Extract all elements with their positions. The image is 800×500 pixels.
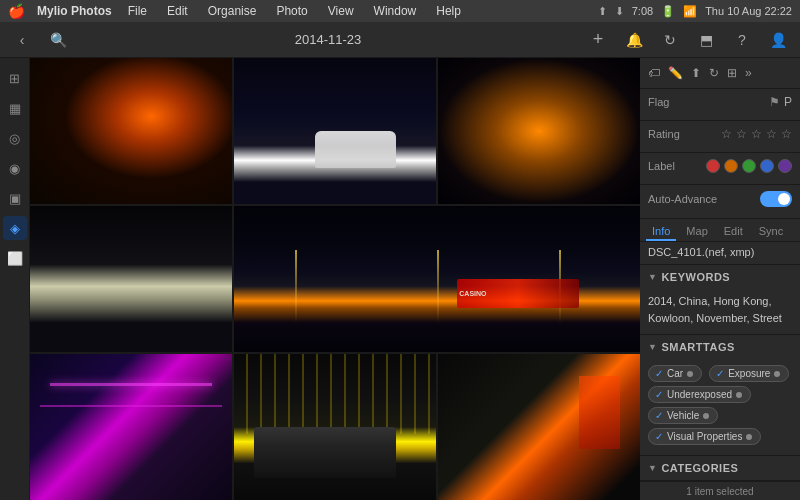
label-green[interactable] — [742, 159, 756, 173]
sync-icon[interactable]: ↻ — [707, 64, 721, 82]
photo-cell-6[interactable] — [30, 354, 232, 500]
account-button[interactable]: 👤 — [764, 26, 792, 54]
star-3[interactable]: ☆ — [751, 127, 762, 141]
smarttags-chevron: ▼ — [648, 342, 657, 352]
left-sidebar: ⊞ ▦ ◎ ◉ ▣ ◈ ⬜ — [0, 58, 30, 500]
tab-edit[interactable]: Edit — [718, 223, 749, 241]
status-bar: 1 item selected — [640, 481, 800, 500]
tag-remove-exposure[interactable] — [774, 371, 780, 377]
tag-remove-car[interactable] — [687, 371, 693, 377]
photo-cell-1[interactable] — [30, 58, 232, 204]
tag-icon[interactable]: 🏷 — [646, 64, 662, 82]
photo-cell-2[interactable] — [234, 58, 436, 204]
flag-filled-icon[interactable]: P — [784, 95, 792, 109]
grid-icon[interactable]: ⊞ — [725, 64, 739, 82]
tab-info[interactable]: Info — [646, 223, 676, 241]
tab-sync[interactable]: Sync — [753, 223, 789, 241]
auto-advance-label: Auto-Advance — [648, 193, 717, 205]
sync-icon[interactable]: ↻ — [656, 26, 684, 54]
notification-bell[interactable]: 🔔 — [620, 26, 648, 54]
smarttag-underexposed[interactable]: ✓ Underexposed — [648, 386, 751, 403]
right-panel: 🏷 ✏️ ⬆ ↻ ⊞ » Flag ⚑ P Rating — [640, 58, 800, 500]
tag-remove-visual[interactable] — [746, 434, 752, 440]
toolbar-center: 2014-11-23 — [295, 32, 362, 47]
wifi-icon: 📶 — [683, 5, 697, 18]
smarttag-car[interactable]: ✓ Car — [648, 365, 702, 382]
keywords-header[interactable]: ▼ KEYWORDS — [640, 265, 800, 289]
label-dots — [706, 159, 792, 173]
smarttags-title: SMARTTAGS — [661, 341, 734, 353]
back-button[interactable]: ‹ — [8, 26, 36, 54]
menu-window[interactable]: Window — [370, 4, 421, 18]
sidebar-item-location[interactable]: ◎ — [3, 126, 27, 150]
check-icon-4: ✓ — [655, 410, 663, 421]
import-export-icon[interactable]: ⬒ — [692, 26, 720, 54]
sidebar-item-folders[interactable]: ▣ — [3, 186, 27, 210]
categories-section: ▼ CATEGORIES — [640, 456, 800, 481]
photo-cell-5[interactable]: CASINO — [234, 206, 640, 352]
auto-advance-toggle[interactable] — [760, 191, 792, 207]
flag-empty-icon[interactable]: ⚑ — [769, 95, 780, 109]
sidebar-item-people[interactable]: ◉ — [3, 156, 27, 180]
star-5[interactable]: ☆ — [781, 127, 792, 141]
label-blue[interactable] — [760, 159, 774, 173]
smarttags-header[interactable]: ▼ SMARTTAGS — [640, 335, 800, 359]
keywords-title: KEYWORDS — [661, 271, 730, 283]
photo-cell-4[interactable] — [30, 206, 232, 352]
search-button[interactable]: 🔍 — [44, 26, 72, 54]
check-icon-3: ✓ — [655, 389, 663, 400]
more-icon[interactable]: » — [743, 64, 754, 82]
photo-cell-3[interactable] — [438, 58, 640, 204]
edit-icon[interactable]: ✏️ — [666, 64, 685, 82]
toolbar-right: + 🔔 ↻ ⬒ ? 👤 — [584, 26, 792, 54]
share-icon[interactable]: ⬆ — [689, 64, 703, 82]
tag-label-car: Car — [667, 368, 683, 379]
apple-menu[interactable]: 🍎 — [8, 3, 25, 19]
menu-edit[interactable]: Edit — [163, 4, 192, 18]
rating-label: Rating — [648, 128, 680, 140]
photo-cell-7[interactable] — [234, 354, 436, 500]
right-panel-toolbar: 🏷 ✏️ ⬆ ↻ ⊞ » — [640, 58, 800, 89]
toolbar: ‹ 🔍 2014-11-23 + 🔔 ↻ ⬒ ? 👤 — [0, 22, 800, 58]
menu-view[interactable]: View — [324, 4, 358, 18]
flag-section: Flag ⚑ P — [640, 89, 800, 121]
keywords-content: 2014, China, Hong Kong, Kowloon, Novembe… — [640, 289, 800, 334]
sidebar-item-camera[interactable]: ⬜ — [3, 246, 27, 270]
label-red[interactable] — [706, 159, 720, 173]
app-name: Mylio Photos — [37, 4, 112, 18]
menu-help[interactable]: Help — [432, 4, 465, 18]
keywords-section: ▼ KEYWORDS 2014, China, Hong Kong, Kowlo… — [640, 265, 800, 335]
add-button[interactable]: + — [584, 26, 612, 54]
upload-icon: ⬆ — [598, 5, 607, 18]
datetime-display: Thu 10 Aug 22:22 — [705, 5, 792, 17]
photo-cell-8[interactable] — [438, 354, 640, 500]
categories-header[interactable]: ▼ CATEGORIES — [640, 456, 800, 480]
help-button[interactable]: ? — [728, 26, 756, 54]
label-purple[interactable] — [778, 159, 792, 173]
tag-remove-underexposed[interactable] — [736, 392, 742, 398]
star-4[interactable]: ☆ — [766, 127, 777, 141]
sidebar-item-grid[interactable]: ⊞ — [3, 66, 27, 90]
photo-grid: CASINO — [30, 58, 640, 500]
check-icon: ✓ — [655, 368, 663, 379]
sidebar-item-calendar[interactable]: ▦ — [3, 96, 27, 120]
tag-remove-vehicle[interactable] — [703, 413, 709, 419]
smarttag-vehicle[interactable]: ✓ Vehicle — [648, 407, 718, 424]
auto-advance-section: Auto-Advance — [640, 185, 800, 219]
star-1[interactable]: ☆ — [721, 127, 732, 141]
check-icon-5: ✓ — [655, 431, 663, 442]
menu-file[interactable]: File — [124, 4, 151, 18]
flag-controls: ⚑ P — [769, 95, 792, 109]
battery-icon: 🔋 — [661, 5, 675, 18]
menu-organise[interactable]: Organise — [204, 4, 261, 18]
sidebar-item-photos[interactable]: ◈ — [3, 216, 27, 240]
tab-map[interactable]: Map — [680, 223, 713, 241]
label-orange[interactable] — [724, 159, 738, 173]
star-2[interactable]: ☆ — [736, 127, 747, 141]
label-label: Label — [648, 160, 675, 172]
smarttag-visual-properties[interactable]: ✓ Visual Properties — [648, 428, 761, 445]
smarttag-exposure[interactable]: ✓ Exposure — [709, 365, 789, 382]
tag-label-underexposed: Underexposed — [667, 389, 732, 400]
menu-photo[interactable]: Photo — [272, 4, 311, 18]
rating-section: Rating ☆ ☆ ☆ ☆ ☆ — [640, 121, 800, 153]
